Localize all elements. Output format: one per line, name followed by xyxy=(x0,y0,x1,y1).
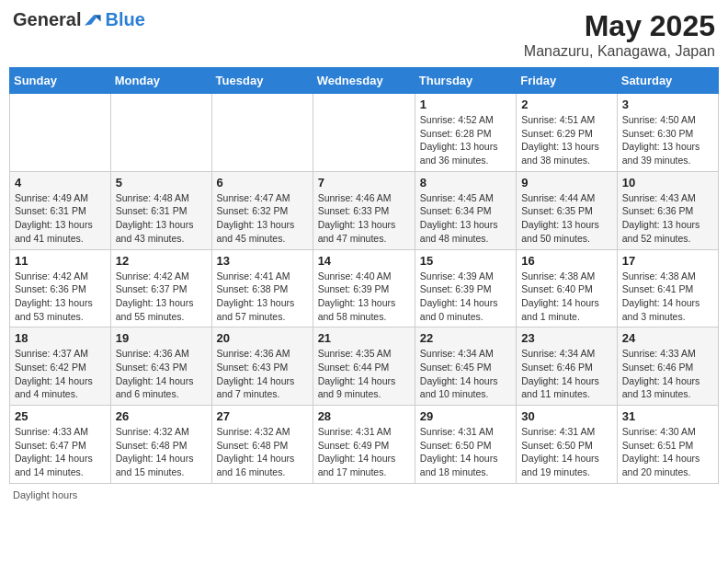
day-info: Sunrise: 4:30 AM Sunset: 6:51 PM Dayligh… xyxy=(622,425,713,479)
calendar-cell: 7Sunrise: 4:46 AM Sunset: 6:33 PM Daylig… xyxy=(313,171,415,249)
day-number: 24 xyxy=(622,331,713,345)
day-number: 28 xyxy=(318,409,410,423)
calendar-cell: 20Sunrise: 4:36 AM Sunset: 6:43 PM Dayli… xyxy=(211,327,313,406)
weekday-header-friday: Friday xyxy=(517,68,618,94)
calendar-cell xyxy=(110,94,211,172)
day-number: 8 xyxy=(420,176,511,190)
day-number: 14 xyxy=(318,254,410,268)
day-info: Sunrise: 4:34 AM Sunset: 6:46 PM Dayligh… xyxy=(521,347,612,401)
day-number: 21 xyxy=(318,331,410,345)
calendar-cell: 10Sunrise: 4:43 AM Sunset: 6:36 PM Dayli… xyxy=(617,171,718,249)
day-number: 5 xyxy=(116,176,207,190)
day-info: Sunrise: 4:32 AM Sunset: 6:48 PM Dayligh… xyxy=(217,425,308,479)
day-number: 16 xyxy=(521,254,612,268)
day-info: Sunrise: 4:31 AM Sunset: 6:49 PM Dayligh… xyxy=(318,425,410,479)
calendar-cell: 24Sunrise: 4:33 AM Sunset: 6:46 PM Dayli… xyxy=(617,327,718,406)
calendar-cell: 2Sunrise: 4:51 AM Sunset: 6:29 PM Daylig… xyxy=(517,94,618,172)
calendar-cell: 3Sunrise: 4:50 AM Sunset: 6:30 PM Daylig… xyxy=(617,94,718,172)
weekday-header-sunday: Sunday xyxy=(10,68,111,94)
day-number: 20 xyxy=(217,331,308,345)
day-number: 4 xyxy=(15,176,106,190)
weekday-header-row: SundayMondayTuesdayWednesdayThursdayFrid… xyxy=(10,68,719,94)
calendar-cell: 28Sunrise: 4:31 AM Sunset: 6:49 PM Dayli… xyxy=(313,406,415,484)
calendar-cell: 26Sunrise: 4:32 AM Sunset: 6:48 PM Dayli… xyxy=(110,406,211,484)
calendar-cell: 5Sunrise: 4:48 AM Sunset: 6:31 PM Daylig… xyxy=(110,171,211,249)
day-info: Sunrise: 4:51 AM Sunset: 6:29 PM Dayligh… xyxy=(521,113,612,167)
day-info: Sunrise: 4:44 AM Sunset: 6:35 PM Dayligh… xyxy=(521,191,612,246)
day-number: 26 xyxy=(116,409,207,423)
weekday-header-thursday: Thursday xyxy=(415,68,516,94)
day-number: 22 xyxy=(420,331,511,345)
day-info: Sunrise: 4:48 AM Sunset: 6:31 PM Dayligh… xyxy=(116,191,207,246)
calendar-cell: 27Sunrise: 4:32 AM Sunset: 6:48 PM Dayli… xyxy=(211,406,313,484)
day-number: 27 xyxy=(217,409,308,423)
day-number: 23 xyxy=(521,331,612,345)
day-number: 30 xyxy=(521,409,612,423)
logo: General Blue xyxy=(13,9,145,30)
day-info: Sunrise: 4:52 AM Sunset: 6:28 PM Dayligh… xyxy=(420,113,511,167)
day-number: 9 xyxy=(521,176,612,190)
day-number: 31 xyxy=(622,409,713,423)
day-info: Sunrise: 4:42 AM Sunset: 6:36 PM Dayligh… xyxy=(15,270,106,324)
day-number: 19 xyxy=(116,331,207,345)
calendar-week-4: 18Sunrise: 4:37 AM Sunset: 6:42 PM Dayli… xyxy=(10,327,719,406)
day-info: Sunrise: 4:45 AM Sunset: 6:34 PM Dayligh… xyxy=(420,191,511,246)
day-info: Sunrise: 4:36 AM Sunset: 6:43 PM Dayligh… xyxy=(116,347,207,401)
calendar-cell: 11Sunrise: 4:42 AM Sunset: 6:36 PM Dayli… xyxy=(10,249,111,327)
day-info: Sunrise: 4:46 AM Sunset: 6:33 PM Dayligh… xyxy=(318,191,410,246)
page-header: General Blue May 2025 Manazuru, Kanagawa… xyxy=(9,9,719,60)
day-info: Sunrise: 4:36 AM Sunset: 6:43 PM Dayligh… xyxy=(217,347,308,401)
calendar-cell: 13Sunrise: 4:41 AM Sunset: 6:38 PM Dayli… xyxy=(211,249,313,327)
day-info: Sunrise: 4:33 AM Sunset: 6:47 PM Dayligh… xyxy=(15,425,106,479)
calendar-cell: 18Sunrise: 4:37 AM Sunset: 6:42 PM Dayli… xyxy=(10,327,111,406)
day-number: 2 xyxy=(521,98,612,111)
day-number: 3 xyxy=(622,98,713,111)
day-number: 13 xyxy=(217,254,308,268)
day-info: Sunrise: 4:31 AM Sunset: 6:50 PM Dayligh… xyxy=(521,425,612,479)
day-info: Sunrise: 4:32 AM Sunset: 6:48 PM Dayligh… xyxy=(116,425,207,479)
weekday-header-tuesday: Tuesday xyxy=(211,68,313,94)
calendar-cell xyxy=(211,94,313,172)
title-section: May 2025 Manazuru, Kanagawa, Japan xyxy=(524,9,715,60)
calendar-cell: 15Sunrise: 4:39 AM Sunset: 6:39 PM Dayli… xyxy=(415,249,516,327)
day-number: 29 xyxy=(420,409,511,423)
calendar-table: SundayMondayTuesdayWednesdayThursdayFrid… xyxy=(9,67,719,484)
day-info: Sunrise: 4:41 AM Sunset: 6:38 PM Dayligh… xyxy=(217,270,308,324)
calendar-cell: 30Sunrise: 4:31 AM Sunset: 6:50 PM Dayli… xyxy=(517,406,618,484)
day-info: Sunrise: 4:42 AM Sunset: 6:37 PM Dayligh… xyxy=(116,270,207,324)
day-number: 6 xyxy=(217,176,308,190)
day-info: Sunrise: 4:33 AM Sunset: 6:46 PM Dayligh… xyxy=(622,347,713,401)
calendar-cell: 8Sunrise: 4:45 AM Sunset: 6:34 PM Daylig… xyxy=(415,171,516,249)
day-number: 11 xyxy=(15,254,106,268)
location: Manazuru, Kanagawa, Japan xyxy=(524,43,715,60)
calendar-cell: 9Sunrise: 4:44 AM Sunset: 6:35 PM Daylig… xyxy=(517,171,618,249)
day-number: 15 xyxy=(420,254,511,268)
day-info: Sunrise: 4:38 AM Sunset: 6:41 PM Dayligh… xyxy=(622,270,713,324)
weekday-header-wednesday: Wednesday xyxy=(313,68,415,94)
day-info: Sunrise: 4:43 AM Sunset: 6:36 PM Dayligh… xyxy=(622,191,713,246)
calendar-week-1: 1Sunrise: 4:52 AM Sunset: 6:28 PM Daylig… xyxy=(10,94,719,172)
calendar-cell: 23Sunrise: 4:34 AM Sunset: 6:46 PM Dayli… xyxy=(517,327,618,406)
day-number: 1 xyxy=(420,98,511,111)
calendar-cell: 25Sunrise: 4:33 AM Sunset: 6:47 PM Dayli… xyxy=(10,406,111,484)
day-info: Sunrise: 4:47 AM Sunset: 6:32 PM Dayligh… xyxy=(217,191,308,246)
logo-general: General xyxy=(13,9,81,30)
calendar-cell: 19Sunrise: 4:36 AM Sunset: 6:43 PM Dayli… xyxy=(110,327,211,406)
calendar-cell: 1Sunrise: 4:52 AM Sunset: 6:28 PM Daylig… xyxy=(415,94,516,172)
calendar-cell: 12Sunrise: 4:42 AM Sunset: 6:37 PM Dayli… xyxy=(110,249,211,327)
day-number: 17 xyxy=(622,254,713,268)
day-info: Sunrise: 4:37 AM Sunset: 6:42 PM Dayligh… xyxy=(15,347,106,401)
calendar-cell: 17Sunrise: 4:38 AM Sunset: 6:41 PM Dayli… xyxy=(617,249,718,327)
calendar-cell: 16Sunrise: 4:38 AM Sunset: 6:40 PM Dayli… xyxy=(517,249,618,327)
day-number: 12 xyxy=(116,254,207,268)
calendar-cell: 21Sunrise: 4:35 AM Sunset: 6:44 PM Dayli… xyxy=(313,327,415,406)
day-info: Sunrise: 4:39 AM Sunset: 6:39 PM Dayligh… xyxy=(420,270,511,324)
calendar-week-3: 11Sunrise: 4:42 AM Sunset: 6:36 PM Dayli… xyxy=(10,249,719,327)
calendar-cell xyxy=(313,94,415,172)
calendar-cell: 6Sunrise: 4:47 AM Sunset: 6:32 PM Daylig… xyxy=(211,171,313,249)
day-info: Sunrise: 4:40 AM Sunset: 6:39 PM Dayligh… xyxy=(318,270,410,324)
day-info: Sunrise: 4:38 AM Sunset: 6:40 PM Dayligh… xyxy=(521,270,612,324)
calendar-cell: 4Sunrise: 4:49 AM Sunset: 6:31 PM Daylig… xyxy=(10,171,111,249)
calendar-cell: 31Sunrise: 4:30 AM Sunset: 6:51 PM Dayli… xyxy=(617,406,718,484)
footer-note: Daylight hours xyxy=(9,489,719,500)
